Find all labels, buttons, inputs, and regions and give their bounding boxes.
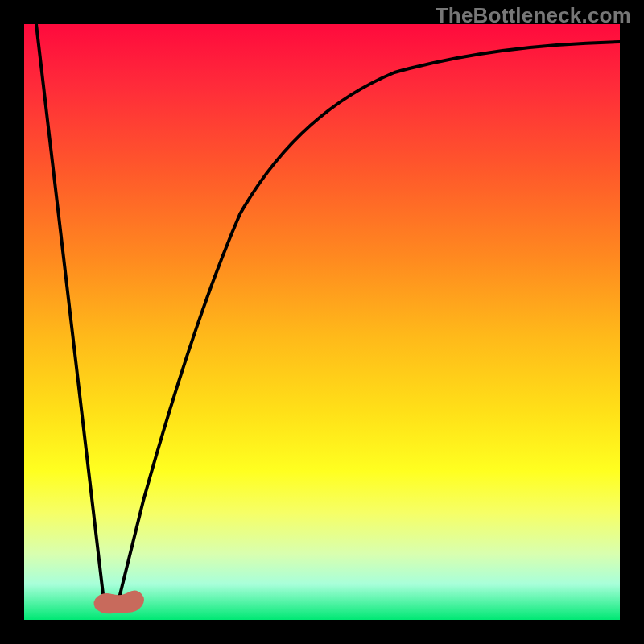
- curve-svg: [24, 24, 620, 620]
- marker-blob: [94, 590, 144, 613]
- chart-frame: TheBottleneck.com: [0, 0, 644, 644]
- watermark-text: TheBottleneck.com: [436, 3, 631, 28]
- plot-area: [24, 24, 620, 620]
- bottleneck-curve: [36, 24, 620, 611]
